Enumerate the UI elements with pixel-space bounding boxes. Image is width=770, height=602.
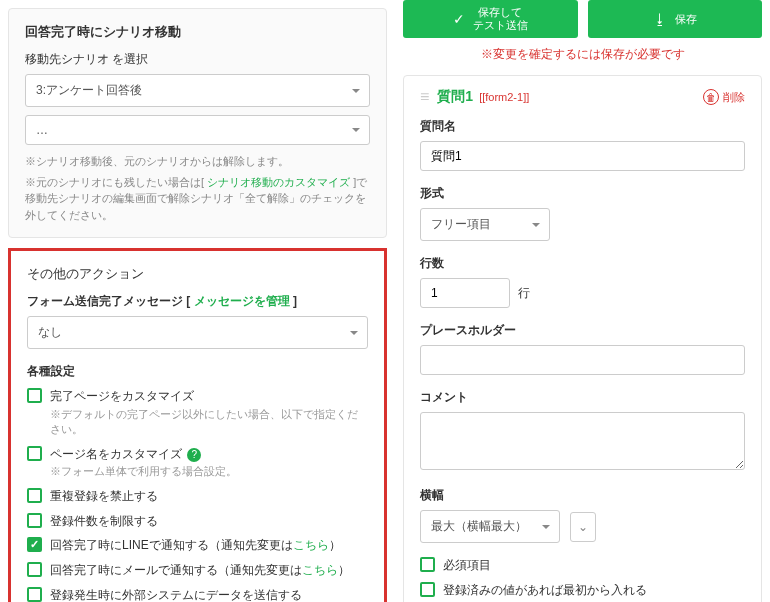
- trash-icon: 🗑: [703, 89, 719, 105]
- question-ref: [[form2-1]]: [479, 91, 529, 103]
- question-type-label: 形式: [420, 185, 745, 202]
- settings-checkbox-3[interactable]: [27, 513, 42, 528]
- settings-subtitle: 各種設定: [27, 363, 368, 380]
- save-and-test-button[interactable]: ✓ 保存して テスト送信: [403, 0, 578, 38]
- other-actions-title: その他のアクション: [27, 265, 368, 283]
- settings-checkbox-2[interactable]: [27, 488, 42, 503]
- settings-note-1: ※フォーム単体で利用する場合設定。: [50, 464, 368, 479]
- scenario-note-2: ※元のシナリオにも残したい場合は[ シナリオ移動のカスタマイズ ]で移動先シナリ…: [25, 174, 370, 224]
- question-name-input[interactable]: [420, 141, 745, 171]
- rows-input[interactable]: [420, 278, 510, 308]
- scenario-customize-link[interactable]: シナリオ移動のカスタマイズ: [207, 176, 350, 188]
- settings-link-4[interactable]: こちら: [293, 538, 329, 552]
- width-label: 横幅: [420, 487, 745, 504]
- question-title: 質問1: [437, 88, 473, 106]
- width-select[interactable]: 最大（横幅最大）: [420, 510, 560, 543]
- form-complete-msg-label: フォーム送信完了メッセージ [ メッセージを管理 ]: [27, 293, 368, 310]
- scenario-select-2[interactable]: …: [25, 115, 370, 145]
- rows-label: 行数: [420, 255, 745, 272]
- placeholder-input[interactable]: [420, 345, 745, 375]
- required-checkbox[interactable]: [420, 557, 435, 572]
- required-label: 必須項目: [443, 557, 491, 574]
- prefill-checkbox[interactable]: [420, 582, 435, 597]
- comment-label: コメント: [420, 389, 745, 406]
- question-name-label: 質問名: [420, 118, 745, 135]
- placeholder-label: プレースホルダー: [420, 322, 745, 339]
- question-type-select[interactable]: フリー項目: [420, 208, 550, 241]
- scenario-title: 回答完了時にシナリオ移動: [25, 23, 370, 41]
- help-icon[interactable]: ?: [187, 448, 201, 462]
- comment-textarea[interactable]: [420, 412, 745, 470]
- settings-label-3: 登録件数を制限する: [50, 513, 158, 530]
- settings-checkbox-1[interactable]: [27, 446, 42, 461]
- settings-label-4: 回答完了時にLINEで通知する（通知先変更はこちら）: [50, 537, 341, 554]
- question-card: ≡ 質問1 [[form2-1]] 🗑 削除 質問名 形式 フリー項目 行数: [403, 75, 762, 602]
- collapse-toggle[interactable]: ⌄: [570, 512, 596, 542]
- settings-checkbox-4[interactable]: [27, 537, 42, 552]
- settings-label-6: 登録発生時に外部システムにデータを送信する: [50, 587, 302, 602]
- prefill-label: 登録済みの値があれば最初から入れる: [443, 582, 647, 599]
- scenario-move-card: 回答完了時にシナリオ移動 移動先シナリオ を選択 3:アンケート回答後 … ※シ…: [8, 8, 387, 238]
- settings-note-0: ※デフォルトの完了ページ以外にしたい場合、以下で指定ください。: [50, 407, 368, 438]
- settings-label-2: 重複登録を禁止する: [50, 488, 158, 505]
- settings-checkbox-0[interactable]: [27, 388, 42, 403]
- scenario-note-1: ※シナリオ移動後、元のシナリオからは解除します。: [25, 153, 370, 170]
- scenario-select-1[interactable]: 3:アンケート回答後: [25, 74, 370, 107]
- settings-checkbox-5[interactable]: [27, 562, 42, 577]
- other-actions-card: その他のアクション フォーム送信完了メッセージ [ メッセージを管理 ] なし …: [8, 248, 387, 602]
- save-warning: ※変更を確定するには保存が必要です: [403, 46, 762, 63]
- settings-label-1: ページ名をカスタマイズ ?: [50, 446, 201, 463]
- drag-handle-icon[interactable]: ≡: [420, 88, 429, 106]
- manage-messages-link[interactable]: メッセージを管理: [194, 294, 290, 308]
- settings-checkbox-6[interactable]: [27, 587, 42, 602]
- download-icon: ⭳: [653, 11, 667, 28]
- settings-label-0: 完了ページをカスタマイズ: [50, 388, 194, 405]
- scenario-select-label: 移動先シナリオ を選択: [25, 51, 370, 68]
- check-circle-icon: ✓: [453, 11, 465, 28]
- form-complete-msg-select[interactable]: なし: [27, 316, 368, 349]
- chevron-down-icon: ⌄: [578, 520, 588, 534]
- delete-question-button[interactable]: 🗑 削除: [703, 89, 745, 105]
- settings-label-5: 回答完了時にメールで通知する（通知先変更はこちら）: [50, 562, 350, 579]
- rows-suffix: 行: [518, 285, 530, 302]
- save-button[interactable]: ⭳ 保存: [588, 0, 763, 38]
- settings-link-5[interactable]: こちら: [302, 563, 338, 577]
